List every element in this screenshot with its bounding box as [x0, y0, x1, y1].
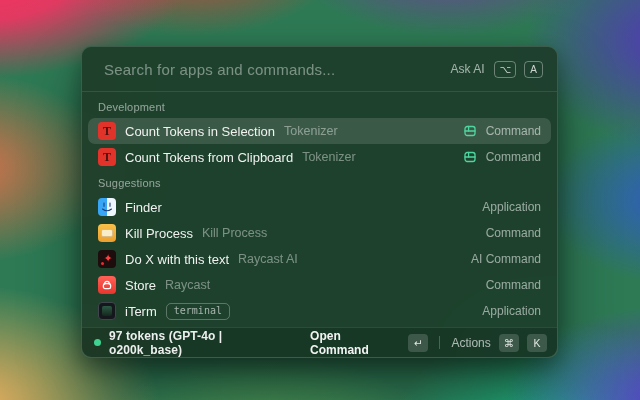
ask-ai-label[interactable]: Ask AI: [450, 62, 484, 76]
item-title: Count Tokens from Clipboard: [125, 150, 293, 165]
raycast-store-app-icon: [98, 276, 116, 294]
tokenizer-app-icon: T: [98, 148, 116, 166]
desktop-wallpaper: { "colors": { "accent_green": "#4fd6a0",…: [0, 0, 640, 400]
list-item-store[interactable]: Store Raycast Command: [88, 272, 551, 298]
kill-process-app-icon: [98, 224, 116, 242]
token-count-status: 97 tokens (GPT-4o | o200k_base): [109, 329, 294, 357]
item-title: iTerm: [125, 304, 157, 319]
item-type-label: Application: [482, 200, 541, 214]
item-subtitle: Raycast AI: [238, 252, 298, 266]
item-type-label: Command: [486, 226, 541, 240]
tokenizer-glyph: T: [103, 124, 111, 139]
item-tag: terminal: [166, 303, 230, 320]
item-title: Store: [125, 278, 156, 293]
iterm-app-icon: [98, 302, 116, 320]
list-item-count-tokens-from-clipboard[interactable]: T Count Tokens from Clipboard Tokenizer …: [88, 144, 551, 170]
list-item-count-tokens-in-selection[interactable]: T Count Tokens in Selection Tokenizer Co…: [88, 118, 551, 144]
item-type-label: Command: [486, 150, 541, 164]
tokenizer-glyph: T: [103, 150, 111, 165]
status-dot-icon: [94, 339, 101, 346]
list-item-kill-process[interactable]: Kill Process Kill Process Command: [88, 220, 551, 246]
list-item-finder[interactable]: Finder Application: [88, 194, 551, 220]
item-subtitle: Tokenizer: [302, 150, 356, 164]
return-key-badge: ↵: [408, 334, 428, 352]
item-type-label: AI Command: [471, 252, 541, 266]
finder-app-icon: [98, 198, 116, 216]
item-title: Count Tokens in Selection: [125, 124, 275, 139]
a-key-badge: A: [524, 61, 543, 78]
item-title: Kill Process: [125, 226, 193, 241]
actions-menu-button[interactable]: Actions: [451, 336, 490, 350]
item-subtitle: Kill Process: [202, 226, 267, 240]
section-header-suggestions: Suggestions: [88, 170, 551, 194]
results-list: Development T Count Tokens in Selection …: [82, 92, 557, 327]
list-item-iterm[interactable]: iTerm terminal Application: [88, 298, 551, 324]
tokenizer-app-icon: T: [98, 122, 116, 140]
section-header-development: Development: [88, 94, 551, 118]
search-input[interactable]: Search for apps and commands...: [104, 61, 442, 78]
item-type-label: Application: [482, 304, 541, 318]
command-type-icon: [463, 150, 477, 164]
actionbar-divider: [439, 336, 440, 349]
cmd-key-badge: ⌘: [499, 334, 519, 352]
search-bar: Search for apps and commands... Ask AI ⌥…: [82, 47, 557, 91]
list-item-do-x-with-this-text[interactable]: ✦ Do X with this text Raycast AI AI Comm…: [88, 246, 551, 272]
item-type-label: Command: [486, 124, 541, 138]
item-title: Do X with this text: [125, 252, 229, 267]
option-key-badge: ⌥: [494, 61, 516, 78]
open-command-action[interactable]: Open Command: [310, 329, 400, 357]
k-key-badge: K: [527, 334, 547, 352]
action-bar: 97 tokens (GPT-4o | o200k_base) Open Com…: [82, 327, 557, 357]
item-subtitle: Tokenizer: [284, 124, 338, 138]
item-type-label: Command: [486, 278, 541, 292]
command-type-icon: [463, 124, 477, 138]
ai-spark-glyph: ✦: [103, 253, 112, 264]
item-subtitle: Raycast: [165, 278, 210, 292]
raycast-ai-app-icon: ✦: [98, 250, 116, 268]
item-title: Finder: [125, 200, 162, 215]
raycast-launcher-window: Search for apps and commands... Ask AI ⌥…: [81, 46, 558, 358]
